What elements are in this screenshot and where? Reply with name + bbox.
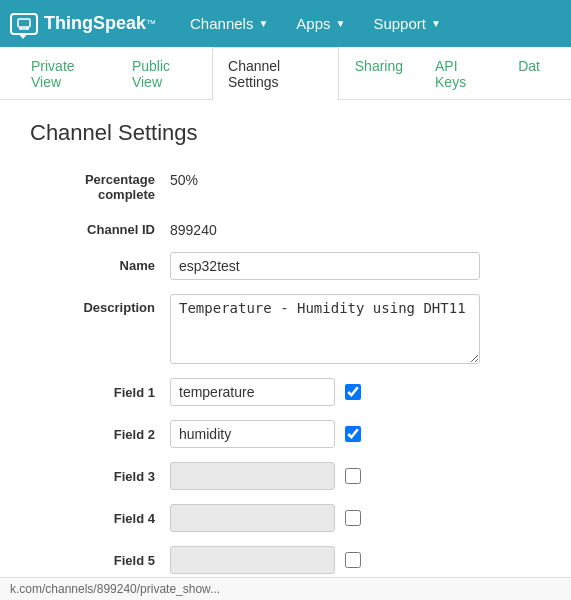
tab-api-keys[interactable]: API Keys xyxy=(419,47,502,100)
field-row-4: Field 4 xyxy=(30,504,541,532)
field-3-label: Field 3 xyxy=(30,469,170,484)
logo-icon xyxy=(10,13,38,35)
top-navigation: ThingSpeak™ Channels ▼ Apps ▼ Support ▼ xyxy=(0,0,571,47)
channel-id-row: Channel ID 899240 xyxy=(30,216,541,238)
tab-public-view[interactable]: Public View xyxy=(116,47,212,100)
percentage-value: 50% xyxy=(170,166,198,188)
name-row: Name xyxy=(30,252,541,280)
field-4-label: Field 4 xyxy=(30,511,170,526)
nav-channels[interactable]: Channels ▼ xyxy=(176,0,282,47)
description-row: Description Temperature - Humidity using… xyxy=(30,294,541,364)
tab-channel-settings[interactable]: Channel Settings xyxy=(212,47,339,100)
description-input[interactable]: Temperature - Humidity using DHT11 xyxy=(170,294,480,364)
channel-id-label: Channel ID xyxy=(30,216,170,237)
main-content: Channel Settings Percentage complete 50%… xyxy=(0,100,571,600)
field-2-label: Field 2 xyxy=(30,427,170,442)
percentage-row: Percentage complete 50% xyxy=(30,166,541,202)
logo-tm: ™ xyxy=(146,18,156,29)
channels-caret: ▼ xyxy=(258,18,268,29)
nav-support[interactable]: Support ▼ xyxy=(359,0,454,47)
sub-navigation: Private View Public View Channel Setting… xyxy=(0,47,571,100)
name-label: Name xyxy=(30,252,170,273)
field-1-label: Field 1 xyxy=(30,385,170,400)
field-4-checkbox[interactable] xyxy=(345,510,361,526)
field-row-5: Field 5 xyxy=(30,546,541,574)
field-1-input[interactable] xyxy=(170,378,335,406)
field-2-input[interactable] xyxy=(170,420,335,448)
support-caret: ▼ xyxy=(431,18,441,29)
tab-dat[interactable]: Dat xyxy=(502,47,556,100)
field-5-label: Field 5 xyxy=(30,553,170,568)
field-row-1: Field 1 xyxy=(30,378,541,406)
field-3-checkbox[interactable] xyxy=(345,468,361,484)
field-1-checkbox[interactable] xyxy=(345,384,361,400)
channel-id-value: 899240 xyxy=(170,216,217,238)
field-5-input[interactable] xyxy=(170,546,335,574)
field-4-input[interactable] xyxy=(170,504,335,532)
nav-apps[interactable]: Apps ▼ xyxy=(282,0,359,47)
field-3-input[interactable] xyxy=(170,462,335,490)
logo-text: ThingSpeak xyxy=(44,13,146,34)
apps-caret: ▼ xyxy=(336,18,346,29)
field-rows: Field 1Field 2Field 3Field 4Field 5 xyxy=(30,378,541,574)
status-text: k.com/channels/899240/private_show... xyxy=(10,582,220,596)
name-input[interactable] xyxy=(170,252,480,280)
field-row-2: Field 2 xyxy=(30,420,541,448)
field-row-3: Field 3 xyxy=(30,462,541,490)
field-5-checkbox[interactable] xyxy=(345,552,361,568)
tab-sharing[interactable]: Sharing xyxy=(339,47,419,100)
status-bar: k.com/channels/899240/private_show... xyxy=(0,577,571,600)
logo[interactable]: ThingSpeak™ xyxy=(10,13,156,35)
svg-rect-0 xyxy=(18,19,30,27)
field-2-checkbox[interactable] xyxy=(345,426,361,442)
tab-private-view[interactable]: Private View xyxy=(15,47,116,100)
page-title: Channel Settings xyxy=(30,120,541,146)
percentage-label: Percentage complete xyxy=(30,166,170,202)
description-label: Description xyxy=(30,294,170,315)
